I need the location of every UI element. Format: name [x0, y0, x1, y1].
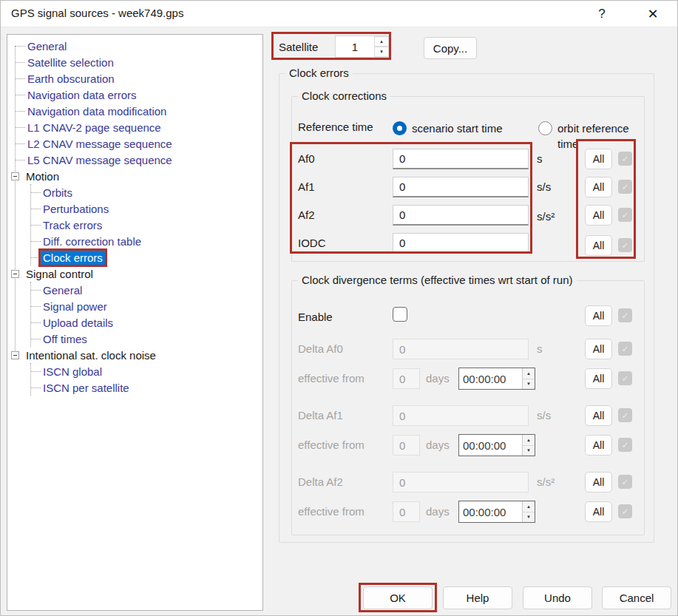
spin-down-icon[interactable]: ▼ — [374, 47, 389, 57]
tree-item-l5-cnav-message-sequence[interactable]: L5 CNAV message sequence — [16, 152, 262, 168]
iodc-input[interactable] — [393, 233, 529, 254]
af0-label: Af0 — [298, 149, 315, 169]
delta-af2-eff-all-button[interactable]: All — [585, 501, 612, 522]
minus-icon — [13, 355, 17, 356]
effective-from-label: effective from — [298, 501, 365, 522]
iscn-children: ISCN global ISCN per satellite — [30, 363, 262, 396]
af0-input[interactable] — [393, 149, 529, 169]
af1-all-button[interactable]: All — [585, 177, 612, 197]
window-title: GPS signal sources - week749.gps — [11, 7, 183, 19]
settings-tree: General Satellite selection Earth obscur… — [7, 34, 263, 611]
delta-af1-days-input — [393, 435, 420, 456]
delta-af2-apply-checkbox: ✓ — [618, 475, 632, 489]
check-icon: ✓ — [621, 311, 628, 320]
check-icon: ✓ — [621, 478, 628, 487]
delta-af1-apply-checkbox: ✓ — [618, 408, 632, 422]
help-button[interactable]: Help — [443, 586, 512, 609]
enable-apply-checkbox: ✓ — [618, 308, 632, 322]
tree-item-iscn-per-satellite[interactable]: ISCN per satellite — [31, 379, 262, 396]
delta-af1-eff-all-button[interactable]: All — [585, 435, 612, 456]
clock-errors-group: Clock errors Clock corrections Reference… — [279, 73, 654, 543]
tree-item-navigation-data-modification[interactable]: Navigation data modification — [16, 103, 262, 119]
collapse-icon[interactable] — [11, 270, 19, 278]
days-label: days — [426, 438, 450, 453]
delta-af1-all-button[interactable]: All — [585, 405, 612, 426]
delta-af0-eff-all-button[interactable]: All — [585, 368, 612, 389]
delta-af0-all-button[interactable]: All — [585, 339, 612, 359]
enable-all-button[interactable]: All — [585, 305, 612, 326]
delta-af0-apply-checkbox: ✓ — [618, 342, 632, 356]
tree-item-earth-obscuration[interactable]: Earth obscuration — [16, 70, 262, 87]
af2-input[interactable] — [393, 205, 529, 226]
delta-af2-all-button[interactable]: All — [585, 472, 612, 493]
tree-item-navigation-data-errors[interactable]: Navigation data errors — [16, 87, 262, 103]
enable-checkbox[interactable] — [393, 307, 407, 322]
ok-button[interactable]: OK — [363, 586, 433, 609]
delta-af1-eff-apply-checkbox: ✓ — [618, 438, 632, 452]
spin-down-icon[interactable]: ▼ — [523, 512, 535, 523]
af0-all-button[interactable]: All — [585, 149, 612, 169]
delta-af0-time-spinner[interactable]: 00:00:00 ▲ ▼ — [458, 368, 535, 390]
orbit-reference-time-label: orbit reference time — [557, 121, 644, 152]
spin-up-icon[interactable]: ▲ — [523, 435, 535, 446]
days-label: days — [426, 504, 450, 519]
orbit-reference-time-radio[interactable] — [538, 121, 552, 135]
tree-item-signal-control[interactable]: Signal control — [11, 265, 262, 282]
days-label: days — [426, 371, 450, 386]
tree-item-iscn-global[interactable]: ISCN global — [31, 363, 262, 379]
delta-af2-eff-apply-checkbox: ✓ — [618, 504, 632, 518]
collapse-icon[interactable] — [11, 172, 19, 180]
af1-label: Af1 — [298, 177, 315, 197]
spin-up-icon[interactable]: ▲ — [374, 36, 389, 47]
close-icon[interactable]: ✕ — [637, 1, 669, 27]
delta-af0-input — [393, 339, 529, 359]
delta-af2-input — [393, 472, 529, 493]
collapse-icon[interactable] — [11, 351, 19, 359]
scenario-start-time-label: scenario start time — [412, 121, 503, 136]
minus-icon — [13, 274, 17, 274]
delta-af0-label: Delta Af0 — [298, 339, 343, 359]
tree-item-general-signal[interactable]: General — [31, 282, 262, 298]
copy-button[interactable]: Copy... — [424, 37, 477, 59]
tree-item-clock-errors[interactable]: Clock errors — [31, 249, 262, 265]
clock-corrections-legend: Clock corrections — [298, 89, 390, 102]
tree-item-diff-correction-table[interactable]: Diff. correction table — [31, 233, 262, 249]
tree-item-general[interactable]: General — [16, 38, 262, 54]
scenario-start-time-radio[interactable] — [393, 121, 407, 135]
spin-up-icon[interactable]: ▲ — [523, 368, 535, 379]
delta-af2-time-spinner[interactable]: 00:00:00 ▲ ▼ — [458, 501, 535, 523]
tree-item-off-times[interactable]: Off times — [31, 331, 262, 347]
af2-all-button[interactable]: All — [585, 205, 612, 226]
af0-apply-checkbox: ✓ — [618, 152, 632, 166]
tree-item-signal-power[interactable]: Signal power — [31, 298, 262, 314]
tree-item-track-errors[interactable]: Track errors — [31, 217, 262, 233]
help-icon[interactable]: ? — [586, 1, 618, 27]
iodc-all-button[interactable]: All — [585, 235, 612, 256]
iodc-apply-checkbox: ✓ — [618, 238, 632, 252]
check-icon: ✓ — [621, 183, 628, 192]
af1-input[interactable] — [393, 177, 529, 197]
time-value: 00:00:00 — [459, 435, 522, 456]
spin-down-icon[interactable]: ▼ — [523, 446, 535, 456]
spin-up-icon[interactable]: ▲ — [523, 501, 535, 512]
tree-item-orbits[interactable]: Orbits — [31, 184, 262, 200]
af1-apply-checkbox: ✓ — [618, 180, 632, 194]
tree-item-perturbations[interactable]: Perturbations — [31, 200, 262, 217]
satellite-spinner[interactable]: 1 ▲ ▼ — [335, 35, 390, 58]
tree-item-l2-cnav-message-sequence[interactable]: L2 CNAV message sequence — [16, 135, 262, 152]
tree-item-satellite-selection[interactable]: Satellite selection — [16, 54, 262, 70]
delta-af0-days-input — [393, 368, 420, 389]
cancel-button[interactable]: Cancel — [602, 586, 671, 609]
check-icon: ✓ — [621, 441, 628, 450]
time-value: 00:00:00 — [459, 368, 522, 389]
undo-button[interactable]: Undo — [523, 586, 592, 609]
tree-item-motion[interactable]: Motion — [11, 168, 262, 184]
time-value: 00:00:00 — [459, 501, 522, 522]
delta-af1-time-spinner[interactable]: 00:00:00 ▲ ▼ — [458, 434, 535, 456]
clock-errors-legend: Clock errors — [285, 67, 353, 79]
tree-item-upload-details[interactable]: Upload details — [31, 314, 262, 331]
tree-item-intentional-sat-clock-noise[interactable]: Intentional sat. clock noise — [11, 347, 262, 363]
tree-item-l1-cnav-2-page-sequence[interactable]: L1 CNAV-2 page sequence — [16, 119, 262, 135]
satellite-value: 1 — [336, 36, 374, 57]
spin-down-icon[interactable]: ▼ — [523, 379, 535, 390]
